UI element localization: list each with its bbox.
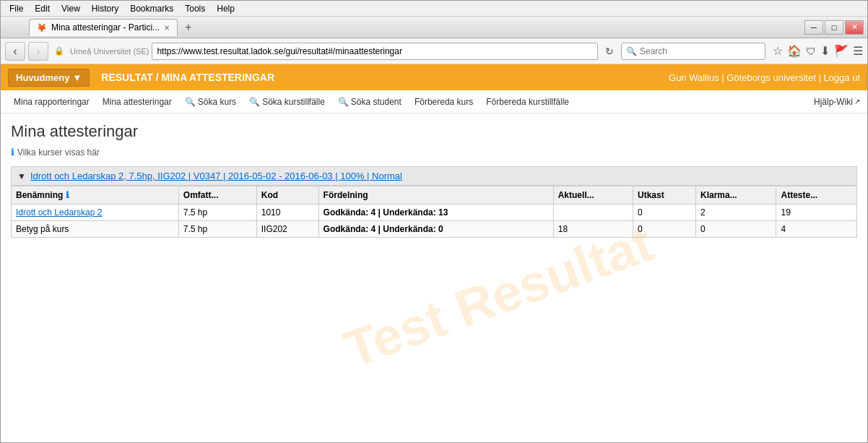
page-content: Test Resultat Mina attesteringar ℹ Vilka…	[1, 113, 867, 442]
hjälp-label: Hjälp-Wiki	[814, 97, 853, 107]
refresh-button[interactable]: ↻	[601, 43, 618, 60]
home-icon[interactable]: 🏠	[787, 44, 802, 58]
row1-distribution: Godkända: 4 | Underkända: 13	[318, 205, 553, 221]
col-aktuell: Aktuell...	[553, 186, 633, 205]
download-icon[interactable]: ⬇	[820, 44, 830, 58]
header-title: RESULTAT / MINA ATTESTERINGAR	[101, 72, 669, 83]
security-icon: 🔒	[51, 46, 67, 56]
nav-forbereda-kurs[interactable]: Förbereda kurs	[409, 94, 479, 110]
menu-icon[interactable]: ☰	[853, 44, 863, 58]
dropdown-icon: ▼	[72, 72, 82, 83]
nav-soka-student[interactable]: 🔍 Söka student	[332, 94, 407, 110]
menu-help[interactable]: Help	[211, 2, 240, 15]
row1-code: 1010	[256, 205, 318, 221]
hauptmenu-label: Huvudmeny	[16, 72, 69, 83]
shield-icon[interactable]: 🛡	[806, 46, 816, 57]
col-benamning: Benämning ℹ	[12, 186, 179, 205]
course-title-link[interactable]: Idrott och Ledarskap 2, 7.5hp, IIG202 | …	[30, 171, 402, 181]
row1-ready: 2	[695, 205, 776, 221]
row1-scope: 7.5 hp	[178, 205, 256, 221]
table-header-row: Benämning ℹ Omfatt... Kod Fördelning Akt…	[12, 186, 857, 205]
external-link-icon: ↗	[854, 98, 860, 106]
header-user: Gun Wallius | Göteborgs universitet | Lo…	[669, 72, 860, 83]
new-tab-button[interactable]: +	[181, 20, 196, 35]
app-header: Huvudmeny ▼ RESULTAT / MINA ATTESTERINGA…	[1, 64, 867, 90]
search-input[interactable]	[640, 46, 748, 56]
col-kod: Kod	[256, 186, 318, 205]
row2-attested: 4	[776, 221, 857, 238]
collapse-icon: ▼	[17, 171, 26, 181]
row1-name-link[interactable]: Idrott och Ledarskap 2	[16, 207, 102, 218]
info-text: Vilka kurser visas här	[17, 147, 100, 158]
attestations-table: Benämning ℹ Omfatt... Kod Fördelning Akt…	[11, 186, 857, 238]
nav-soka-student-label: Söka student	[351, 97, 402, 107]
info-col-icon: ℹ	[66, 190, 69, 200]
app-navigation: Mina rapporteringar Mina attesteringar 🔍…	[1, 90, 867, 113]
menu-edit[interactable]: Edit	[29, 2, 56, 15]
close-button[interactable]: ✕	[845, 20, 864, 35]
flag-icon[interactable]: 🚩	[834, 44, 849, 58]
menu-file[interactable]: File	[4, 2, 29, 15]
active-tab[interactable]: 🦊 Mina attesteringar - Partici... ✕	[29, 19, 178, 36]
org-label: Umeå Universitet (SE)	[70, 47, 149, 56]
row1-current	[553, 205, 633, 221]
back-button[interactable]: ‹	[5, 42, 25, 61]
menu-tools[interactable]: Tools	[179, 2, 211, 15]
window-controls: ─ □ ✕	[804, 20, 864, 35]
tab-strip: 🦊 Mina attesteringar - Partici... ✕ +	[4, 19, 196, 36]
menu-history[interactable]: History	[86, 2, 124, 15]
nav-forbereda-kurstillfalle[interactable]: Förbereda kurstillfälle	[480, 94, 575, 110]
row2-distribution: Godkända: 4 | Underkända: 0	[318, 221, 553, 238]
table-row: Betyg på kurs 7.5 hp IIG202 Godkända: 4 …	[12, 221, 857, 238]
browser-window: File Edit View History Bookmarks Tools H…	[0, 0, 868, 443]
col-klarmarkt: Klarma...	[695, 186, 776, 205]
row1-draft: 0	[633, 205, 696, 221]
navigation-bar: ‹ › 🔒 Umeå Universitet (SE) ↻ 🔍 ☆ 🏠 🛡 ⬇ …	[1, 38, 867, 64]
row2-scope: 7.5 hp	[178, 221, 256, 238]
nav-soka-kurstillfalle-label: Söka kurstillfälle	[262, 97, 325, 107]
info-row: ℹ Vilka kurser visas här	[11, 147, 857, 158]
maximize-button[interactable]: □	[825, 20, 843, 35]
nav-soka-kurs-label: Söka kurs	[198, 97, 236, 107]
url-input[interactable]	[152, 43, 598, 60]
row2-current: 18	[553, 221, 633, 238]
col-fordelning: Fördelning	[318, 186, 553, 205]
forward-button[interactable]: ›	[28, 42, 48, 61]
row2-draft: 0	[633, 221, 696, 238]
search-box: 🔍	[621, 43, 765, 60]
row2-name: Betyg på kurs	[12, 221, 179, 238]
nav-mina-rapporteringar[interactable]: Mina rapporteringar	[8, 94, 95, 110]
search-student-icon: 🔍	[338, 97, 349, 107]
search-kurs-icon: 🔍	[185, 97, 196, 107]
browser-toolbar-icons: ☆ 🏠 🛡 ⬇ 🚩 ☰	[773, 44, 863, 58]
nav-soka-kurstillfalle[interactable]: 🔍 Söka kurstillfälle	[243, 94, 331, 110]
col-utkast: Utkast	[633, 186, 696, 205]
nav-soka-kurs[interactable]: 🔍 Söka kurs	[179, 94, 242, 110]
menu-bar: File Edit View History Bookmarks Tools H…	[1, 1, 867, 17]
col-omfattning: Omfatt...	[178, 186, 256, 205]
hjälp-wiki-link[interactable]: Hjälp-Wiki ↗	[814, 97, 860, 107]
tab-title: Mina attesteringar - Partici...	[51, 22, 160, 33]
nav-mina-attesteringar[interactable]: Mina attesteringar	[97, 94, 178, 110]
info-icon: ℹ	[11, 147, 14, 158]
menu-bookmarks[interactable]: Bookmarks	[124, 2, 179, 15]
col-attesterat: Atteste...	[776, 186, 857, 205]
tab-close-button[interactable]: ✕	[164, 24, 170, 32]
menu-view[interactable]: View	[56, 2, 86, 15]
bookmark-star-icon[interactable]: ☆	[773, 44, 783, 58]
search-kurstillfalle-icon: 🔍	[249, 97, 260, 107]
page-title: Mina attesteringar	[11, 122, 857, 141]
course-header[interactable]: ▼ Idrott och Ledarskap 2, 7.5hp, IIG202 …	[11, 166, 857, 186]
title-bar: 🦊 Mina attesteringar - Partici... ✕ + ─ …	[1, 17, 867, 38]
row1-attested: 19	[776, 205, 857, 221]
hauptmenu-button[interactable]: Huvudmeny ▼	[8, 69, 90, 87]
minimize-button[interactable]: ─	[804, 20, 823, 35]
row2-ready: 0	[695, 221, 776, 238]
row2-code: IIG202	[256, 221, 318, 238]
table-row: Idrott och Ledarskap 2 7.5 hp 1010 Godkä…	[12, 205, 857, 221]
search-icon: 🔍	[626, 46, 637, 56]
